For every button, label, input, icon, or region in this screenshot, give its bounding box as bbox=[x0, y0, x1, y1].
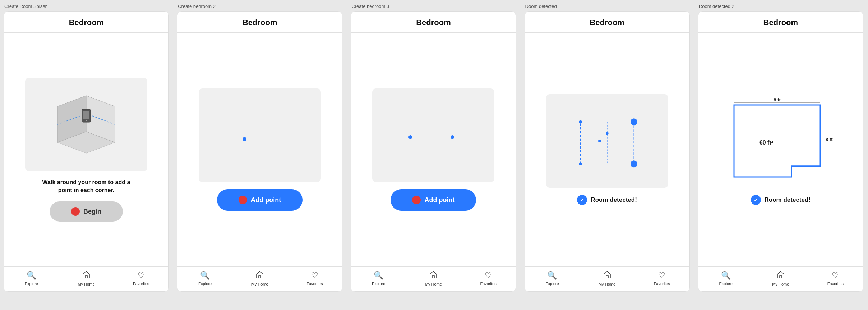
screen-title-5: Bedroom bbox=[698, 18, 863, 27]
favorites-label-2: Favorites bbox=[306, 282, 323, 286]
nav-favorites-1[interactable]: ♡ Favorites bbox=[129, 271, 154, 286]
floor-plan-svg: 8 ft 8 ft 60 ft² bbox=[720, 94, 842, 188]
screen-header-3: Bedroom bbox=[351, 12, 516, 33]
walk-instructions: Walk around your room to add a point in … bbox=[40, 178, 133, 195]
myhome-label-4: My Home bbox=[599, 282, 615, 286]
svg-point-8 bbox=[243, 137, 246, 141]
svg-point-11 bbox=[451, 135, 454, 139]
myhome-label-1: My Home bbox=[78, 282, 94, 286]
screen-label-2: Create bedroom 2 bbox=[177, 4, 216, 9]
room-detected-badge-5: ✓ Room detected! bbox=[751, 195, 811, 205]
screen-wrapper-3: Create bedroom 3 Bedroom Add point 🔍 bbox=[347, 0, 521, 292]
screen-title-4: Bedroom bbox=[525, 18, 689, 27]
add-point-button-2[interactable]: Add point bbox=[217, 189, 303, 211]
nav-explore-3[interactable]: 🔍 Explore bbox=[366, 271, 391, 286]
phone-screen-4: Bedroom bbox=[525, 11, 690, 292]
dot-map-svg-2 bbox=[199, 88, 321, 182]
myhome-icon-3 bbox=[429, 270, 438, 281]
screen-wrapper-4: Room detected Bedroom bbox=[521, 0, 694, 292]
detected-label-4: Room detected! bbox=[591, 196, 637, 204]
begin-button[interactable]: Begin bbox=[50, 201, 123, 222]
nav-favorites-5[interactable]: ♡ Favorites bbox=[823, 271, 848, 286]
explore-label-5: Explore bbox=[719, 282, 732, 286]
myhome-icon-4 bbox=[603, 270, 611, 281]
nav-explore-2[interactable]: 🔍 Explore bbox=[193, 271, 218, 286]
screen-content-3: Add point bbox=[351, 33, 516, 266]
room-detected-badge: ✓ Room detected! bbox=[577, 195, 637, 205]
floor-plan-container: 8 ft 8 ft 60 ft² bbox=[720, 94, 842, 188]
screen-label-1: Create Room Splash bbox=[4, 4, 48, 9]
nav-myhome-4[interactable]: My Home bbox=[595, 270, 620, 286]
screen-header-2: Bedroom bbox=[177, 12, 342, 33]
nav-myhome-5[interactable]: My Home bbox=[768, 270, 793, 286]
screen-label-3: Create bedroom 3 bbox=[351, 4, 389, 9]
svg-point-15 bbox=[579, 163, 582, 166]
bottom-nav-4: 🔍 Explore My Home ♡ Favorites bbox=[525, 266, 689, 291]
myhome-label-5: My Home bbox=[772, 282, 789, 286]
svg-rect-6 bbox=[83, 111, 89, 119]
room-detected-svg bbox=[546, 94, 668, 188]
svg-text:60 ft²: 60 ft² bbox=[760, 140, 773, 146]
svg-point-10 bbox=[408, 135, 412, 139]
explore-label-2: Explore bbox=[198, 282, 212, 286]
nav-myhome-2[interactable]: My Home bbox=[247, 270, 272, 286]
nav-myhome-1[interactable]: My Home bbox=[74, 270, 99, 286]
svg-text:8 ft: 8 ft bbox=[774, 97, 781, 102]
myhome-icon-1 bbox=[82, 270, 91, 281]
screen-header-1: Bedroom bbox=[4, 12, 168, 33]
phone-screen-3: Bedroom Add point 🔍 Explore bbox=[351, 11, 516, 292]
myhome-label-3: My Home bbox=[425, 282, 442, 286]
nav-favorites-2[interactable]: ♡ Favorites bbox=[302, 271, 327, 286]
favorites-icon-5: ♡ bbox=[832, 271, 839, 280]
bottom-nav-5: 🔍 Explore My Home ♡ Favorites bbox=[698, 266, 863, 291]
screen-wrapper-1: Create Room Splash Bedroom bbox=[0, 0, 174, 292]
add-point-label-2: Add point bbox=[251, 196, 281, 204]
nav-favorites-4[interactable]: ♡ Favorites bbox=[649, 271, 674, 286]
screen-wrapper-2: Create bedroom 2 Bedroom Add point 🔍 Exp… bbox=[174, 0, 347, 292]
nav-myhome-3[interactable]: My Home bbox=[421, 270, 446, 286]
svg-point-16 bbox=[630, 160, 637, 167]
check-circle-4: ✓ bbox=[577, 195, 587, 205]
addpoint-red-dot-2 bbox=[239, 196, 247, 204]
bottom-nav-3: 🔍 Explore My Home ♡ Favorites bbox=[351, 266, 516, 291]
dot-map-svg-3 bbox=[372, 88, 494, 182]
screen-content-1: Walk around your room to add a point in … bbox=[4, 33, 168, 266]
screen-content-5: 8 ft 8 ft 60 ft² ✓ Room detected! bbox=[698, 33, 863, 266]
add-point-label-3: Add point bbox=[424, 196, 454, 204]
explore-icon-1: 🔍 bbox=[27, 271, 36, 280]
room-corner-svg bbox=[50, 92, 122, 157]
myhome-icon-5 bbox=[776, 270, 785, 281]
add-point-button-3[interactable]: Add point bbox=[391, 189, 476, 211]
screen-label-4: Room detected bbox=[525, 4, 557, 9]
explore-icon-3: 🔍 bbox=[374, 271, 383, 280]
explore-icon-2: 🔍 bbox=[200, 271, 210, 280]
nav-explore-4[interactable]: 🔍 Explore bbox=[540, 271, 565, 286]
favorites-icon-1: ♡ bbox=[138, 271, 145, 280]
favorites-icon-4: ♡ bbox=[658, 271, 665, 280]
screen-content-4: ✓ Room detected! bbox=[525, 33, 689, 266]
begin-label: Begin bbox=[83, 208, 101, 215]
nav-explore-1[interactable]: 🔍 Explore bbox=[19, 271, 44, 286]
nav-favorites-3[interactable]: ♡ Favorites bbox=[476, 271, 501, 286]
screen-content-2: Add point bbox=[177, 33, 342, 266]
explore-label-3: Explore bbox=[372, 282, 385, 286]
explore-label-4: Explore bbox=[545, 282, 559, 286]
nav-explore-5[interactable]: 🔍 Explore bbox=[713, 271, 738, 286]
favorites-label-4: Favorites bbox=[654, 282, 670, 286]
favorites-icon-2: ♡ bbox=[311, 271, 318, 280]
phone-screen-2: Bedroom Add point 🔍 Explore bbox=[177, 11, 342, 292]
bottom-nav-2: 🔍 Explore My Home ♡ Favorites bbox=[177, 266, 342, 291]
svg-point-13 bbox=[579, 120, 582, 124]
addpoint-red-dot-3 bbox=[412, 196, 421, 204]
screen-wrapper-5: Room detected 2 Bedroom 8 ft bbox=[694, 0, 868, 292]
favorites-label-5: Favorites bbox=[827, 282, 844, 286]
myhome-label-2: My Home bbox=[251, 282, 268, 286]
favorites-label-3: Favorites bbox=[480, 282, 496, 286]
explore-icon-4: 🔍 bbox=[547, 271, 557, 280]
screen-title-3: Bedroom bbox=[351, 18, 516, 27]
favorites-icon-3: ♡ bbox=[485, 271, 492, 280]
svg-point-14 bbox=[630, 118, 637, 125]
bottom-nav-1: 🔍 Explore My Home ♡ Favorites bbox=[4, 266, 168, 291]
room-illustration-box bbox=[25, 78, 147, 171]
myhome-icon-2 bbox=[255, 270, 264, 281]
